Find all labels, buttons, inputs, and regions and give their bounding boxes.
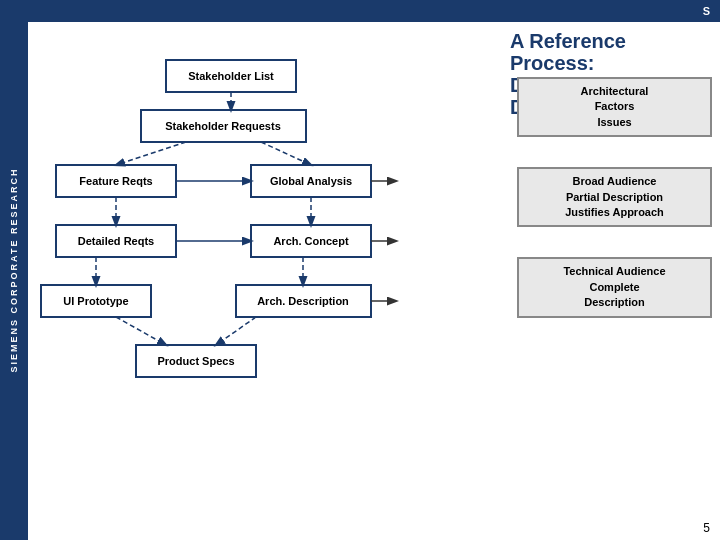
arch-factors-line2: Factors xyxy=(595,100,635,112)
tech-audience-line3: Description xyxy=(584,296,645,308)
arrow-sr-ga xyxy=(261,142,311,165)
product-specs-label: Product Specs xyxy=(157,355,234,367)
stakeholder-list-label: Stakeholder List xyxy=(188,70,274,82)
tech-audience-line2: Complete xyxy=(589,281,639,293)
arrow-sr-fr xyxy=(116,142,186,165)
main-content: A Reference Process: Data and Dependenci… xyxy=(28,22,720,540)
arch-factors-label: Architectural Factors Issues xyxy=(517,77,712,137)
title-line1: A Reference xyxy=(510,30,626,52)
arrow-ad-ps xyxy=(216,317,256,345)
diagram-svg: Stakeholder List Stakeholder Requests Fe… xyxy=(36,50,526,410)
global-analysis-label: Global Analysis xyxy=(270,175,352,187)
detailed-reqs-label: Detailed Reqts xyxy=(78,235,154,247)
topbar-s-label: S xyxy=(703,5,710,17)
tech-audience-label: Technical Audience Complete Description xyxy=(517,257,712,317)
arrow-ui-ps xyxy=(116,317,166,345)
broad-audience-line3: Justifies Approach xyxy=(565,206,664,218)
right-labels-container: Architectural Factors Issues Broad Audie… xyxy=(517,77,712,318)
broad-audience-line2: Partial Description xyxy=(566,191,663,203)
broad-audience-label: Broad Audience Partial Description Justi… xyxy=(517,167,712,227)
sidebar-label: SIEMENS CORPORATE RESEARCH xyxy=(9,168,19,373)
topbar: S xyxy=(28,0,720,22)
broad-audience-line1: Broad Audience xyxy=(573,175,657,187)
stakeholder-requests-label: Stakeholder Requests xyxy=(165,120,281,132)
ui-prototype-label: UI Prototype xyxy=(63,295,128,307)
page-number: 5 xyxy=(703,521,710,535)
arch-concept-label: Arch. Concept xyxy=(273,235,349,247)
arch-description-label: Arch. Description xyxy=(257,295,349,307)
sidebar: SIEMENS CORPORATE RESEARCH xyxy=(0,0,28,540)
arch-factors-line1: Architectural xyxy=(581,85,649,97)
feature-reqs-label: Feature Reqts xyxy=(79,175,152,187)
tech-audience-line1: Technical Audience xyxy=(563,265,665,277)
arch-factors-line3: Issues xyxy=(597,116,631,128)
